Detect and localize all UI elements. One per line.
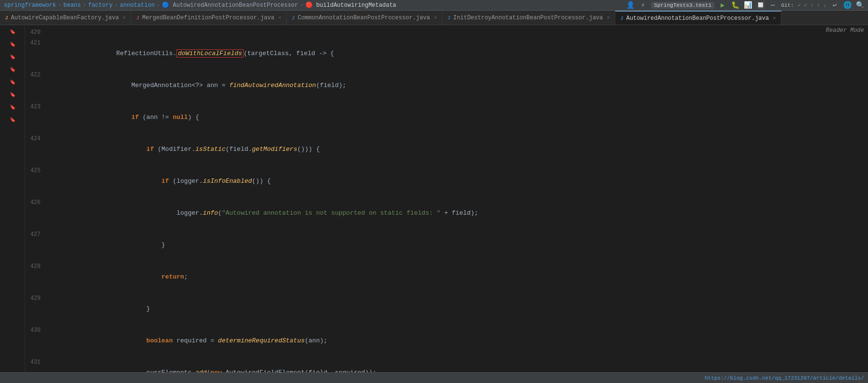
line-number: 420 [25,27,46,38]
code-area[interactable]: Reader Mode 420 421 ReflectionUtils.doWi… [25,25,868,383]
coverage-button[interactable]: 🔲 [756,1,765,10]
run-button[interactable]: ▶ [718,1,727,10]
line-content [46,27,868,38]
breadcrumb-beans[interactable]: beans [63,2,81,9]
undo-button[interactable]: ↩ [830,1,839,10]
line-number: 426 [25,197,46,208]
tab-close[interactable]: × [773,15,776,21]
line-content: } [46,229,868,261]
line-content: } [46,293,868,325]
tab-common-annotation[interactable]: J CommonAnnotationBeanPostProcessor.java… [287,11,442,25]
code-line: 422 MergedAnnotation<?> ann = findAutowi… [25,70,868,102]
breadcrumb-class: 🔵 AutowiredAnnotationBeanPostProcessor [162,1,298,9]
tab-label: MergedBeanDefinitionPostProcessor.java [142,15,275,21]
git-label: Git: [781,2,794,8]
line-number: 421 [25,38,46,48]
bookmark-icon-4[interactable]: 🔖 [8,65,17,74]
top-bar: springframework › beans › factory › anno… [0,0,868,11]
tab-icon-java: J [447,15,450,21]
line-content: if (Modifier.isStatic(field.getModifiers… [46,133,868,165]
url-hint: https://blog.csdn.net/qq_17231297/articl… [705,375,864,381]
bookmark-icon-5[interactable]: 🔖 [8,77,17,87]
code-gutter: 🔖 🔖 🔖 🔖 🔖 🔖 🔖 🔖 [0,25,25,383]
tab-autowired-annotation[interactable]: J AutowiredAnnotationBeanPostProcessor.j… [615,11,781,25]
line-number: 429 [25,293,46,304]
line-number: 430 [25,325,46,336]
debug-button[interactable]: 🐛 [731,1,739,10]
bookmark-icon-8[interactable]: 🔖 [8,115,17,125]
line-content: return; [46,261,868,293]
tab-label: InitDestroyAnnotationBeanPostProcessor.j… [453,15,603,21]
breadcrumb: springframework › beans › factory › anno… [4,1,624,9]
tab-close[interactable]: × [434,15,437,21]
breadcrumb-springframework[interactable]: springframework [4,2,56,9]
tab-label: CommonAnnotationBeanPostProcessor.java [298,15,430,21]
tab-close[interactable]: × [278,15,282,21]
bottom-bar: https://blog.csdn.net/qq_17231297/articl… [0,372,868,383]
profile-icon[interactable]: 👤 [626,1,635,10]
line-number: 423 [25,102,46,112]
line-content: if (logger.isInfoEnabled()) { [46,165,868,197]
line-content: logger.info("Autowired annotation is not… [46,197,868,229]
bookmark-icon-2[interactable]: 🔖 [8,40,17,49]
navigate-icon[interactable]: ⚡ [638,1,647,10]
more-run-button[interactable]: ⋯ [768,1,777,10]
bookmark-icon-3[interactable]: 🔖 [8,52,17,62]
code-line: 420 [25,27,868,38]
line-number: 427 [25,229,46,240]
line-content: boolean required = determineRequiredStat… [46,325,868,357]
breadcrumb-annotation[interactable]: annotation [120,2,155,9]
line-content: if (ann != null) { [46,102,868,133]
main-layout: 🔖 🔖 🔖 🔖 🔖 🔖 🔖 🔖 Reader Mode 420 421 Refl… [0,25,868,383]
tab-init-destroy[interactable]: J InitDestroyAnnotationBeanPostProcessor… [442,11,615,25]
code-line: 428 return; [25,261,868,293]
bookmark-icon-6[interactable]: 🔖 [8,90,17,100]
profile-button[interactable]: 📊 [743,1,752,10]
code-line: 426 logger.info("Autowired annotation is… [25,197,868,229]
code-line: 427 } [25,229,868,261]
tab-icon-java: J [136,15,139,21]
code-line: 424 if (Modifier.isStatic(field.getModif… [25,133,868,165]
bookmark-icon-7[interactable]: 🔖 [8,103,17,112]
tab-close[interactable]: × [607,15,610,21]
tab-bar: J AutowireCapableBeanFactory.java × J Me… [0,11,868,25]
code-line: 430 boolean required = determineRequired… [25,325,868,357]
line-number: 425 [25,165,46,176]
breadcrumb-factory[interactable]: factory [88,2,112,9]
code-line: 421 ReflectionUtils.doWithLocalFields(ta… [25,38,868,70]
code-line: 425 if (logger.isInfoEnabled()) { [25,165,868,197]
line-number: 431 [25,357,46,368]
line-content: ReflectionUtils.doWithLocalFields(target… [46,38,868,70]
tab-autowire-capable[interactable]: J AutowireCapableBeanFactory.java × [0,11,131,25]
search-button[interactable]: 🔍 [855,1,864,10]
line-content: MergedAnnotation<?> ann = findAutowiredA… [46,70,868,102]
line-number: 422 [25,70,46,80]
reader-mode-label[interactable]: Reader Mode [826,27,864,34]
tab-label: AutowireCapableBeanFactory.java [11,15,119,21]
top-bar-right: 👤 ⚡ SpringTests3.test1 ▶ 🐛 📊 🔲 ⋯ Git: ✓ … [626,1,864,10]
line-number: 428 [25,261,46,272]
git-status: ✓ ✓ ↑ ↑ ↓ [798,2,826,8]
code-content: 420 421 ReflectionUtils.doWithLocalField… [25,25,868,383]
tab-icon-java: J [620,15,623,21]
tab-label: AutowiredAnnotationBeanPostProcessor.jav… [626,15,769,22]
code-line: 423 if (ann != null) { [25,102,868,133]
tab-icon-java: J [5,15,8,21]
translate-button[interactable]: 🌐 [843,1,852,10]
breadcrumb-method: 🔴 buildAutowiringMetadata [305,1,396,9]
bookmark-icon-1[interactable]: 🔖 [8,27,17,37]
tab-merged-bean[interactable]: J MergedBeanDefinitionPostProcessor.java… [131,11,287,25]
tab-icon-java: J [291,15,295,21]
code-line: 429 } [25,293,868,325]
tab-close[interactable]: × [123,15,126,21]
run-config[interactable]: SpringTests3.test1 [651,2,714,9]
line-number: 424 [25,133,46,144]
